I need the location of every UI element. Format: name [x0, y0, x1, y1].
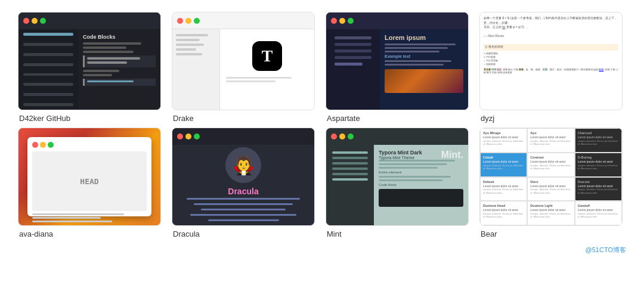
dot-yellow	[185, 18, 191, 24]
footer-brand: @51CTO博客	[586, 246, 626, 255]
ava-bottom	[32, 213, 147, 222]
editor-content: Code Blocks	[78, 29, 160, 110]
card-drake[interactable]: T Drake	[172, 12, 315, 123]
thumbnail-dyzj[interactable]: 如果一个变量 $ = $ (这是一个参考值，我们，) 制约条件是在向上不断被改变…	[479, 12, 623, 110]
mint-titlebar	[326, 128, 468, 145]
drake-sidebar	[172, 29, 220, 110]
card-dyzj[interactable]: 如果一个变量 $ = $ (这是一个参考值，我们，) 制约条件是在向上不断被改变…	[479, 12, 623, 123]
editor-sidebar	[18, 29, 78, 110]
card-dracula[interactable]: 🧛 Dracula Dracula	[172, 128, 315, 238]
thumbnail-d42ker[interactable]: Code Blocks	[18, 12, 161, 110]
aspartate-main: Lorem ipsum Example text	[380, 29, 468, 110]
thumbnail-aspartate[interactable]: Lorem ipsum Example text	[326, 12, 469, 110]
card-label-dyzj: dyzj	[479, 114, 494, 123]
dot-red	[331, 18, 337, 24]
bear-cell-d-boring: D-Boring Lorem ipsum dolor sit amet semp…	[575, 153, 622, 177]
dot-red	[177, 18, 183, 24]
drake-app-icon: T	[252, 41, 282, 71]
dot-green	[348, 134, 354, 139]
bear-cell-dieci: Dieci Lorem ipsum dolor sit amet semper,…	[527, 177, 574, 201]
mint-body: Mint. Typora Mint Dark Typora Mint Theme…	[326, 145, 468, 225]
card-label-dracula: Dracula	[172, 229, 200, 238]
dot-yellow	[339, 18, 345, 24]
dracula-body: 🧛 Dracula	[172, 145, 314, 225]
aspartate-sidebar	[326, 29, 380, 110]
footer-brand-text: @51CTO博客	[586, 246, 626, 253]
ava-content: HEAD	[32, 151, 147, 211]
card-label-d42ker: D42ker GitHub	[18, 114, 70, 123]
card-bear[interactable]: Ayu Mirage Lorem ipsum dolor sit amet se…	[479, 128, 623, 238]
dot-green	[194, 134, 200, 139]
thumbnail-drake[interactable]: T	[172, 12, 315, 110]
dot-green	[48, 142, 54, 148]
drake-body: T	[172, 29, 314, 110]
thumbnail-ava-diana[interactable]: HEAD	[18, 128, 161, 226]
gallery-row-2: HEAD ava-diana 🧛	[18, 128, 626, 238]
mint-watermark: Mint.	[441, 150, 463, 160]
drake-titlebar	[172, 13, 314, 29]
card-label-drake: Drake	[172, 114, 194, 123]
dot-red	[177, 134, 183, 139]
dot-yellow	[185, 134, 191, 139]
thumbnail-bear[interactable]: Ayu Mirage Lorem ipsum dolor sit amet se…	[479, 128, 623, 226]
dot-green	[348, 18, 354, 24]
drake-main: T	[220, 29, 314, 110]
bear-cell-default: Default Lorem ipsum dolor sit amet sempe…	[480, 177, 527, 201]
footer: @51CTO博客	[18, 243, 626, 255]
dot-red	[23, 18, 29, 24]
dyzj-content: 如果一个变量 $ = $ (这是一个参考值，我们，) 制约条件是在向上不断被改变…	[484, 16, 618, 75]
bear-theme-grid: Ayu Mirage Lorem ipsum dolor sit amet se…	[480, 128, 622, 225]
bear-cell-dracula: Dracula Lorem ipsum dolor sit amet sempe…	[575, 177, 622, 201]
gallery: Code Blocks D42ker GitHub	[18, 12, 626, 255]
card-d42ker[interactable]: Code Blocks D42ker GitHub	[18, 12, 161, 123]
dot-yellow	[40, 142, 46, 148]
card-label-ava-diana: ava-diana	[18, 229, 53, 238]
gallery-row-1: Code Blocks D42ker GitHub	[18, 12, 626, 123]
ava-window: HEAD	[27, 137, 151, 216]
card-ava-diana[interactable]: HEAD ava-diana	[18, 128, 161, 238]
dot-red	[331, 134, 337, 139]
thumbnail-mint[interactable]: Mint. Typora Mint Dark Typora Mint Theme…	[326, 128, 469, 226]
dot-green	[40, 18, 46, 24]
bear-cell-ayu: Ayu Lorem ipsum dolor sit amet semper, p…	[527, 128, 574, 153]
dracula-titlebar	[172, 128, 314, 145]
dot-green	[194, 18, 200, 24]
card-label-bear: Bear	[479, 229, 497, 238]
card-mint[interactable]: Mint. Typora Mint Dark Typora Mint Theme…	[326, 128, 469, 238]
bear-cell-ayu-mirage: Ayu Mirage Lorem ipsum dolor sit amet se…	[480, 128, 527, 153]
mint-terminal	[379, 189, 463, 207]
card-label-aspartate: Aspartate	[326, 114, 360, 123]
dot-yellow	[339, 134, 345, 139]
mint-sidebar	[326, 145, 374, 225]
thumbnail-dracula[interactable]: 🧛 Dracula	[172, 128, 315, 226]
dot-red	[32, 142, 38, 148]
bear-cell-charcoal: Charcoal Lorem ipsum dolor sit amet semp…	[575, 128, 622, 153]
dracula-vampire-icon: 🧛	[225, 147, 261, 183]
bear-cell-cobalt: Cobalt Lorem ipsum dolor sit amet semper…	[480, 153, 527, 177]
card-aspartate[interactable]: Lorem ipsum Example text Aspartate	[326, 12, 469, 123]
mint-main: Mint. Typora Mint Dark Typora Mint Theme…	[374, 145, 468, 225]
dracula-theme-title: Dracula	[228, 187, 258, 196]
aspartate-titlebar	[326, 13, 468, 29]
bear-cell-gandalf: Gandalf Lorem ipsum dolor sit amet sempe…	[575, 201, 622, 225]
bear-cell-duotone-head: Duotone Head Lorem ipsum dolor sit amet …	[480, 201, 527, 225]
card-label-mint: Mint	[326, 229, 342, 238]
bear-cell-duotone-light: Duotone Light Lorem ipsum dolor sit amet…	[527, 201, 574, 225]
dot-yellow	[32, 18, 38, 24]
bear-cell-contrast: Contrast Lorem ipsum dolor sit amet semp…	[527, 153, 574, 177]
